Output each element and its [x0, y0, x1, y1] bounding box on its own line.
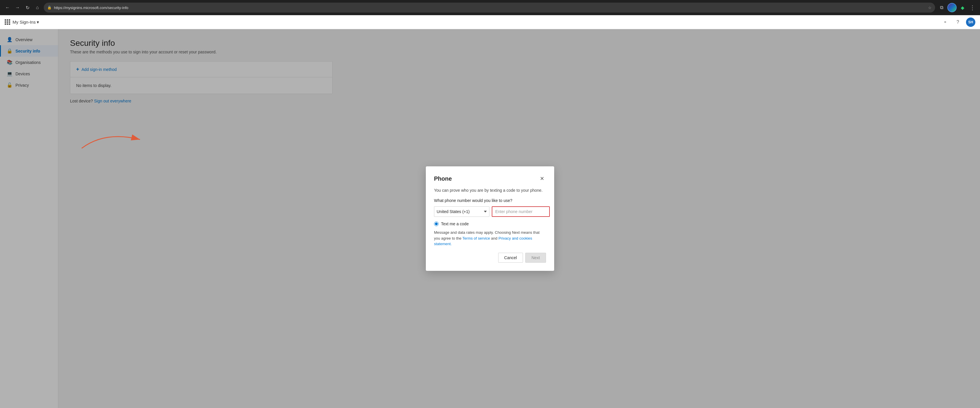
- arrow-annotation: [82, 125, 158, 151]
- profile-button[interactable]: [947, 3, 957, 12]
- phone-number-input[interactable]: [492, 206, 550, 217]
- main-layout: 👤 Overview 🔒 Security info 📚 Organisatio…: [0, 29, 980, 408]
- color-icon[interactable]: ◆: [958, 3, 967, 12]
- browser-actions: ⧉ ◆ ⋮: [937, 3, 977, 12]
- app-name[interactable]: My Sign-Ins ▾: [13, 19, 39, 25]
- lock-icon: 🔒: [47, 6, 52, 10]
- url-text: https://mysignins.microsoft.com/security…: [54, 6, 128, 10]
- forward-button[interactable]: →: [13, 3, 22, 12]
- app-toolbar: My Sign-Ins ▾ ⚬ ? SH: [0, 15, 980, 29]
- cancel-button[interactable]: Cancel: [498, 253, 523, 263]
- phone-input-row: United States (+1) United Kingdom (+44) …: [434, 206, 546, 217]
- refresh-button[interactable]: ↻: [23, 3, 32, 12]
- more-button[interactable]: ⋮: [968, 3, 977, 12]
- modal-header: Phone ✕: [434, 175, 546, 183]
- help-button[interactable]: ?: [953, 18, 963, 27]
- user-avatar[interactable]: SH: [966, 18, 975, 27]
- grid-icon[interactable]: [5, 19, 10, 25]
- modal-actions: Cancel Next: [434, 253, 546, 263]
- text-me-code-label[interactable]: Text me a code: [441, 222, 469, 226]
- country-select[interactable]: United States (+1) United Kingdom (+44) …: [434, 206, 489, 217]
- text-me-code-option[interactable]: Text me a code: [434, 222, 546, 226]
- modal-description: You can prove who you are by texting a c…: [434, 187, 546, 193]
- home-button[interactable]: ⌂: [33, 3, 41, 12]
- browser-nav-buttons: ← → ↻ ⌂: [3, 3, 41, 12]
- next-button[interactable]: Next: [525, 253, 546, 263]
- back-button[interactable]: ←: [3, 3, 12, 12]
- extensions-button[interactable]: ⧉: [937, 3, 946, 12]
- modal-overlay: Phone ✕ You can prove who you are by tex…: [0, 29, 980, 408]
- modal-question: What phone number would you like to use?: [434, 198, 546, 203]
- modal-close-button[interactable]: ✕: [538, 175, 546, 183]
- app-toolbar-right: ⚬ ? SH: [940, 18, 975, 27]
- org-chart-button[interactable]: ⚬: [940, 18, 950, 27]
- modal-notice: Message and data rates may apply. Choosi…: [434, 230, 546, 247]
- address-bar[interactable]: 🔒 https://mysignins.microsoft.com/securi…: [44, 3, 935, 13]
- text-me-code-radio[interactable]: [434, 222, 439, 226]
- phone-modal: Phone ✕ You can prove who you are by tex…: [426, 166, 554, 271]
- star-icon: ☆: [928, 6, 932, 10]
- browser-chrome: ← → ↻ ⌂ 🔒 https://mysignins.microsoft.co…: [0, 0, 980, 15]
- modal-title: Phone: [434, 175, 452, 182]
- terms-of-service-link[interactable]: Terms of service: [462, 236, 490, 241]
- app-name-chevron: ▾: [37, 19, 39, 25]
- app-toolbar-left: My Sign-Ins ▾: [5, 19, 39, 25]
